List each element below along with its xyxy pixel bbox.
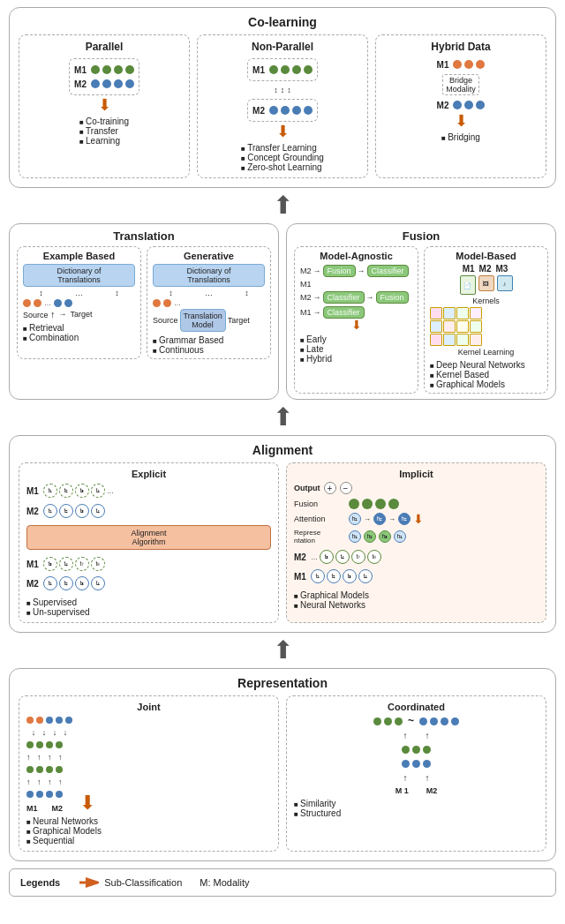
eb-up: ↑ (50, 309, 56, 319)
h-node: h₁ (349, 513, 361, 525)
bullet-supervised: Supervised (26, 597, 271, 607)
impl-repr-label: Representation (294, 529, 343, 545)
orange-arrow-icon (78, 875, 99, 890)
bullet-unsupervised: Un-supervised (26, 607, 271, 617)
joint-m2-label: M2 (52, 804, 64, 813)
kernel-table (430, 307, 542, 346)
token: t₃ (320, 550, 334, 564)
impl-m2-label: M2 (294, 552, 306, 562)
joint-left: ↓ ↓ ↓ ↓ ↑ ↑ ↑ ↑ (26, 715, 72, 813)
nonparallel-panel: Non-Parallel M1 (197, 34, 368, 178)
np-m2-dots (269, 106, 313, 115)
dot (26, 741, 34, 748)
dict-box-1: Dictionary ofTranslations (23, 264, 135, 287)
example-based-title: Example Based (23, 251, 135, 261)
dot (54, 299, 62, 307)
np-m2-row: M2 (252, 104, 313, 116)
joint-row1 (26, 741, 63, 748)
bullet-graphical-r: Graphical Models (26, 826, 271, 836)
coord-arrow4: ↑ (426, 773, 430, 783)
token: t₃ (75, 576, 89, 590)
hybrid-bullets: Bridging (441, 132, 480, 142)
impl-m1-tokens: t₁ t₂ t₃ t₄ (311, 569, 373, 583)
dot (453, 60, 462, 69)
joint-bullets: Neural Networks Graphical Models Sequent… (26, 816, 271, 845)
representation-title: Representation (19, 676, 546, 690)
model-agnostic-panel: Model-Agnostic M2 → Fusion → Classifier … (294, 246, 418, 394)
ma-fusion2: Fusion (376, 291, 409, 304)
legend-box: Legends Sub-Classification M: Modality (9, 868, 556, 897)
hybrid-m1-dots (453, 60, 485, 69)
hybrid-arrow: ⬇ (455, 113, 468, 129)
bullet-bridging: Bridging (441, 132, 480, 142)
coord-blue-dots (419, 717, 459, 725)
nonparallel-title: Non-Parallel (252, 41, 313, 53)
impl-dot (388, 499, 399, 509)
token: t₁ (43, 504, 57, 518)
main-container: Co-learning Parallel M1 (9, 7, 556, 897)
np-arrow1: ↕ (274, 86, 278, 94)
dot (384, 717, 392, 725)
kc (443, 334, 456, 346)
dot (102, 79, 111, 88)
dot (114, 65, 123, 74)
coord-rows (402, 744, 431, 770)
output-label: Output (294, 484, 320, 492)
explicit-title: Explicit (26, 469, 271, 479)
impl-attention-label: Attention (294, 515, 343, 523)
img-icon: 🖼 (478, 275, 494, 291)
colearning-panels: Parallel M1 M2 (19, 34, 546, 178)
token: t₂ (327, 569, 341, 583)
coord-top-row: ~ (373, 715, 459, 727)
dot (153, 299, 161, 307)
ma-classifier-top: Classifier (367, 265, 409, 277)
alignment-title: Alignment (19, 443, 546, 457)
parallel-m1-row: M1 (74, 64, 134, 76)
bullet-retrieval: Retrieval (23, 323, 135, 333)
eb-src-tgt: Source ↑ → Target (23, 309, 135, 319)
token: t₂ (59, 576, 73, 590)
coord-row1 (402, 746, 431, 754)
coord-m2-label: M2 (426, 786, 438, 795)
fusion-title: Fusion (294, 229, 548, 243)
tilde-label: ~ (408, 715, 414, 727)
eb-arrow2: … (75, 289, 83, 297)
gen-target: Target (228, 316, 250, 325)
mb-icons-row: M1 M2 M3 (430, 264, 542, 274)
exp-m2-label: M2 (26, 507, 39, 516)
dot (304, 106, 313, 115)
attn-arrow1: → (364, 515, 371, 523)
np-arrows: ↕ ↕ ↕ (247, 86, 318, 94)
impl-m1-row: M1 t₁ t₂ t₃ t₄ (294, 569, 539, 583)
token: t₂ (59, 504, 73, 518)
alignment-inner: Explicit M1 t₁ t₂ t₃ t₄ … M2 (19, 462, 546, 623)
kc (430, 307, 442, 319)
kc (430, 334, 442, 346)
bridge-label: BridgeModality (442, 74, 479, 95)
alignment-algorithm-box: AlignmentAlgorithm (26, 525, 271, 550)
bullet-neural: Neural Networks (26, 816, 271, 826)
token: t₄ (91, 504, 105, 518)
exp-m1-tokens: t₁ t₂ t₃ t₄ … (43, 484, 114, 498)
bullet-structured: Structured (294, 808, 539, 818)
token: t₇ (351, 550, 365, 564)
coord-bullets: Similarity Structured (294, 799, 539, 818)
exp-m1-row: M1 t₁ t₂ t₃ t₄ … (26, 484, 271, 498)
translation-inner: Example Based Dictionary ofTranslations … (17, 246, 271, 359)
token: t₄ (91, 576, 105, 590)
ma-fusion-box: Fusion (323, 265, 356, 277)
explicit-panel: Explicit M1 t₁ t₂ t₃ t₄ … M2 (19, 462, 279, 623)
transfusion-row: Translation Example Based Dictionary ofT… (9, 223, 556, 400)
coordinated-panel: Coordinated ~ (286, 695, 546, 852)
representation-inner: Joint ↓ ↓ ↓ ↓ (19, 695, 546, 852)
dot (281, 65, 290, 74)
dot (56, 791, 63, 798)
token: t₇ (75, 557, 89, 571)
arrow-align-repr: ⬆ (9, 638, 556, 663)
dot (23, 299, 31, 307)
kernel-learning-label: Kernel Learning (430, 348, 542, 357)
impl-dot (349, 499, 359, 509)
explicit-diagram: M1 t₁ t₂ t₃ t₄ … M2 t₁ t₂ (26, 482, 271, 592)
dot (292, 65, 301, 74)
exp-m2-row: M2 t₁ t₂ t₃ t₄ (26, 504, 271, 518)
